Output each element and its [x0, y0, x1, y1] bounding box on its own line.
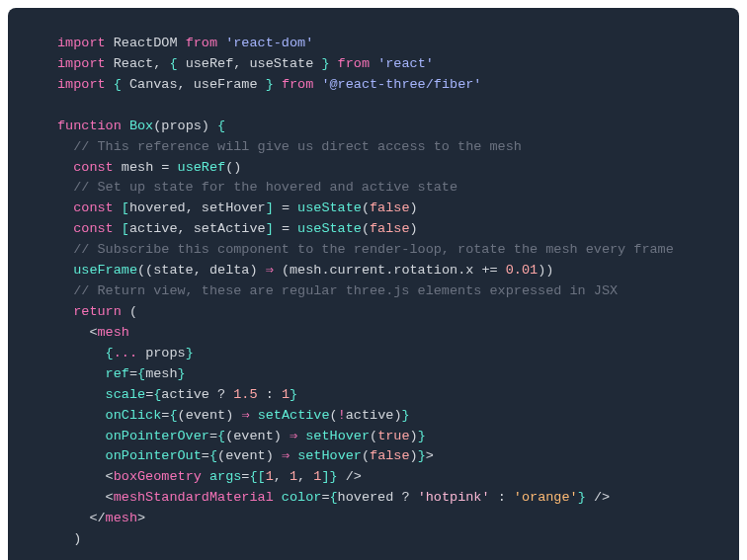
code-line-23: <meshStandardMaterial color={hovered ? '…	[57, 488, 690, 509]
code-block: import ReactDOM from 'react-dom'import R…	[8, 8, 739, 560]
code-line-15: <mesh	[57, 323, 690, 344]
code-line-22: <boxGeometry args={[1, 1, 1]} />	[57, 467, 690, 488]
code-line-4	[57, 96, 690, 117]
code-line-19: onClick={(event) ⇒ setActive(!active)}	[57, 406, 690, 427]
code-line-6: // This reference will give us direct ac…	[57, 137, 690, 158]
code-line-13: // Return view, these are regular three.…	[57, 281, 690, 302]
code-line-5: function Box(props) {	[57, 117, 690, 137]
code-line-24: </mesh>	[57, 509, 690, 529]
code-line-2: import React, { useRef, useState } from …	[57, 54, 690, 75]
code-line-21: onPointerOut={(event) ⇒ setHover(false)}…	[57, 446, 690, 467]
code-line-12: useFrame((state, delta) ⇒ (mesh.current.…	[57, 261, 690, 281]
code-line-3: import { Canvas, useFrame } from '@react…	[57, 75, 690, 96]
code-line-10: const [active, setActive] = useState(fal…	[57, 219, 690, 240]
code-line-17: ref={mesh}	[57, 364, 690, 385]
code-line-9: const [hovered, setHover] = useState(fal…	[57, 199, 690, 219]
code-line-20: onPointerOver={(event) ⇒ setHover(true)}	[57, 427, 690, 447]
code-line-11: // Subscribe this component to the rende…	[57, 240, 690, 261]
code-line-16: {... props}	[57, 344, 690, 364]
code-line-14: return (	[57, 302, 690, 323]
code-line-7: const mesh = useRef()	[57, 158, 690, 179]
code-line-25: )	[57, 529, 690, 550]
code-line-1: import ReactDOM from 'react-dom'	[57, 34, 690, 54]
code-line-8: // Set up state for the hovered and acti…	[57, 178, 690, 199]
code-line-18: scale={active ? 1.5 : 1}	[57, 385, 690, 406]
